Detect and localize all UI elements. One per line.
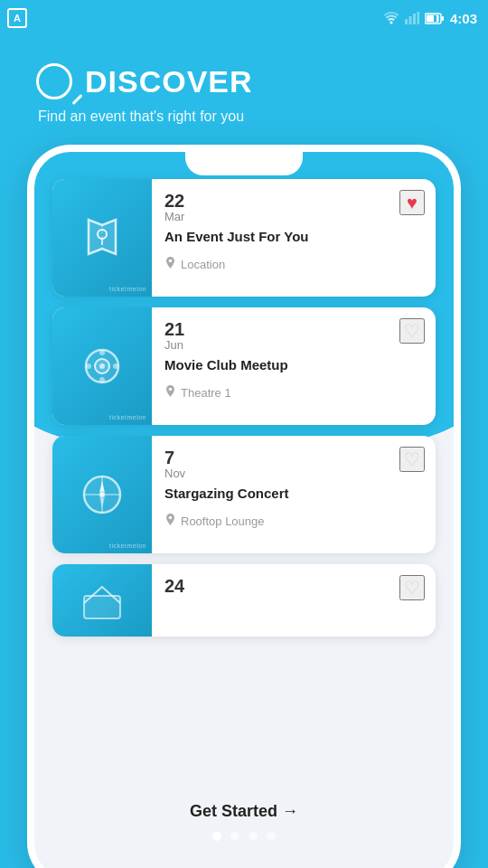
map-icon	[75, 211, 129, 265]
svg-rect-2	[413, 14, 416, 24]
card-info-1: 22 Mar An Event Just For You Location ♥	[152, 179, 436, 297]
location-pin-icon-3	[164, 514, 176, 528]
svg-rect-6	[426, 14, 438, 22]
pagination-dot-4[interactable]	[267, 832, 276, 841]
heart-outline-icon-3: ♡	[404, 448, 420, 470]
svg-point-25	[169, 516, 173, 520]
header: DISCOVER Find an event that's right for …	[0, 36, 488, 143]
svg-point-15	[99, 377, 105, 382]
card-location-row-1: Location	[164, 257, 423, 271]
card-location-2: Theatre 1	[181, 386, 231, 400]
card-info-2: 21 Jun Movie Club Meetup Theatre 1 ♡	[152, 307, 436, 425]
card-image-1: ticketmelon	[52, 179, 152, 297]
phone-frame: ticketmelon 22 Mar An Event Just For You…	[27, 145, 461, 868]
svg-point-14	[99, 350, 105, 355]
get-started-button[interactable]: Get Started →	[190, 802, 298, 821]
compass-icon	[75, 467, 129, 522]
card-image-3: ticketmelon	[52, 436, 152, 553]
battery-icon	[425, 13, 445, 24]
page-subtitle: Find an event that's right for you	[38, 108, 452, 125]
like-button-4[interactable]: ♡	[399, 575, 425, 600]
phone-content: ticketmelon 22 Mar An Event Just For You…	[34, 152, 454, 868]
location-pin-icon-2	[164, 385, 176, 400]
status-bar-right: 4:03	[383, 11, 477, 26]
card-location-1: Location	[181, 258, 225, 271]
card-date-day-4: 24	[164, 577, 423, 595]
card-date-day-3: 7	[164, 448, 423, 467]
signal-icon	[405, 12, 419, 24]
card-location-row-2: Theatre 1	[164, 385, 423, 400]
search-icon	[36, 63, 72, 99]
card-date-month-3: Nov	[164, 467, 423, 480]
heart-outline-icon-2: ♡	[404, 320, 420, 342]
svg-point-10	[169, 259, 173, 263]
status-time: 4:03	[450, 11, 477, 26]
heart-outline-icon-4: ♡	[404, 577, 420, 599]
svg-rect-0	[405, 19, 408, 24]
bottom-area: Get Started →	[0, 802, 488, 841]
card-date-day-2: 21	[164, 320, 423, 338]
card-location-row-3: Rooftop Lounge	[164, 514, 423, 528]
svg-point-24	[99, 492, 105, 497]
svg-rect-7	[434, 15, 436, 22]
card-title-3: Stargazing Concert	[164, 486, 423, 501]
svg-rect-1	[408, 16, 411, 24]
cards-container: ticketmelon 22 Mar An Event Just For You…	[52, 179, 436, 637]
card-watermark-2: ticketmelon	[109, 414, 146, 420]
card-date-day-1: 22	[164, 192, 423, 210]
partial-icon	[80, 578, 125, 623]
svg-point-16	[86, 363, 91, 369]
like-button-3[interactable]: ♡	[399, 447, 425, 472]
event-card-2: ticketmelon 21 Jun Movie Club Meetup The…	[52, 307, 436, 425]
event-card-1: ticketmelon 22 Mar An Event Just For You…	[52, 179, 436, 297]
card-date-month-1: Mar	[164, 210, 423, 223]
location-pin-icon-1	[164, 257, 176, 271]
card-watermark-1: ticketmelon	[109, 286, 146, 292]
event-card-3: ticketmelon 7 Nov Stargazing Concert Roo…	[52, 436, 436, 553]
pagination-dot-1[interactable]	[212, 832, 221, 841]
card-title-2: Movie Club Meetup	[164, 357, 423, 373]
svg-rect-5	[441, 16, 444, 21]
card-info-3: 7 Nov Stargazing Concert Rooftop Lounge …	[152, 436, 436, 553]
pagination-dot-2[interactable]	[230, 832, 239, 841]
card-image-2: ticketmelon	[52, 307, 152, 425]
svg-point-18	[169, 388, 173, 392]
phone-notch	[185, 152, 303, 175]
like-button-1[interactable]: ♥	[399, 190, 425, 215]
card-watermark-3: ticketmelon	[109, 542, 146, 549]
status-bar: A 4:03	[0, 0, 488, 36]
heart-filled-icon: ♥	[407, 193, 418, 213]
wifi-icon	[383, 12, 399, 24]
film-icon	[75, 339, 129, 393]
pagination-dot-3[interactable]	[249, 832, 258, 841]
svg-point-13	[99, 363, 105, 369]
like-button-2[interactable]: ♡	[399, 318, 425, 344]
card-title-1: An Event Just For You	[164, 229, 423, 244]
svg-rect-3	[417, 12, 419, 24]
page-title: DISCOVER	[85, 64, 253, 99]
event-card-4-partial: 24 ♡	[52, 564, 436, 637]
card-image-4	[52, 564, 152, 637]
card-info-4: 24 ♡	[152, 564, 436, 637]
svg-point-17	[113, 363, 118, 369]
card-location-3: Rooftop Lounge	[181, 514, 265, 528]
pagination-dots	[212, 832, 276, 841]
card-date-month-2: Jun	[164, 338, 423, 352]
status-bar-left: A	[7, 8, 27, 28]
phone-mockup: ticketmelon 22 Mar An Event Just For You…	[27, 145, 461, 868]
